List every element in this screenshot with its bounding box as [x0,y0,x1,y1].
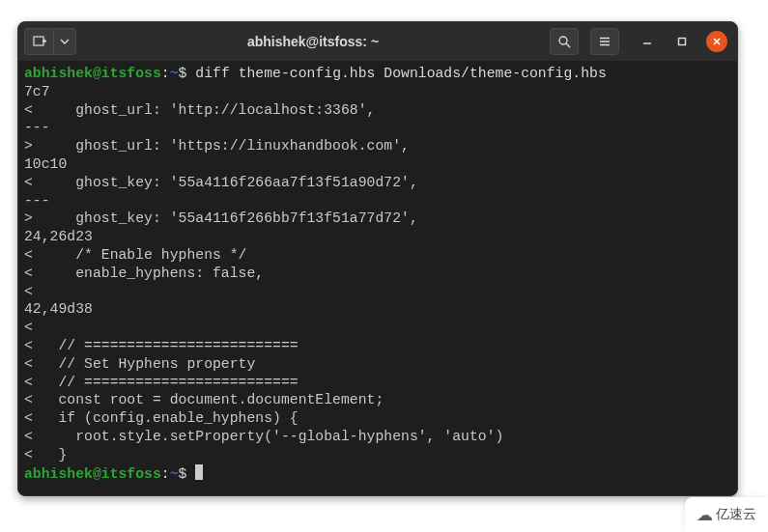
maximize-icon [676,36,688,47]
prompt-sep2: $ [179,466,196,482]
minimize-button[interactable] [637,31,658,52]
prompt-path: ~ [170,66,179,81]
titlebar: abhishek@itsfoss: ~ [18,22,737,61]
hamburger-icon [598,35,612,48]
cursor [195,464,203,480]
output-line: < // Set Hyphens property [24,356,255,372]
output-line: 7c7 [24,84,50,99]
titlebar-right-group [550,28,731,55]
output-line: < ghost_key: '55a4116f266aa7f13f51a90d72… [24,175,418,190]
output-line: < // ========================= [24,375,299,390]
prompt-sep1: : [161,466,170,482]
close-icon [711,36,723,47]
output-line: < enable_hyphens: false, [24,266,264,281]
output-line: --- [24,120,50,135]
search-button[interactable] [550,28,579,55]
new-tab-dropdown-button[interactable] [53,28,76,55]
command-text: diff theme-config.hbs Downloads/theme-co… [195,66,606,81]
svg-rect-9 [679,39,686,45]
output-line: < /* Enable hyphens */ [24,247,246,263]
prompt-path: ~ [170,466,179,482]
output-line: < ghost_url: 'http://localhost:3368', [24,102,375,118]
output-line: > ghost_url: 'https://linuxhandbook.com'… [24,138,410,154]
output-line: < [24,320,33,335]
output-line: 24,26d23 [24,229,93,244]
new-tab-icon [33,35,46,48]
titlebar-left-group [24,28,76,55]
output-line: < [24,284,33,299]
output-line: > ghost_key: '55a4116f266bb7f13f51a77d72… [24,210,418,226]
output-line: --- [24,193,50,209]
prompt-user-host: abhishek@itsfoss [24,466,161,482]
watermark-text: 亿速云 [716,506,756,523]
window-controls [637,31,727,52]
terminal-body[interactable]: abhishek@itsfoss:~$ diff theme-config.hb… [18,61,737,487]
maximize-button[interactable] [671,31,693,52]
svg-point-3 [559,37,567,44]
new-tab-button[interactable] [24,28,53,55]
output-line: 10c10 [24,156,67,172]
output-line: 42,49d38 [24,301,93,317]
prompt-sep2: $ [179,66,196,81]
menu-button[interactable] [590,28,619,55]
chevron-down-icon [60,37,70,46]
search-icon [557,35,571,48]
watermark: ☁ 亿速云 [685,497,768,532]
output-line: < root.style.setProperty('--global-hyphe… [24,429,503,444]
terminal-window: abhishek@itsfoss: ~ abhishek@itsfos [17,21,738,496]
output-line: < const root = document.documentElement; [24,392,384,407]
output-line: < if (config.enable_hyphens) { [24,410,299,426]
prompt-sep1: : [161,66,170,81]
cloud-icon: ☁ [697,505,713,525]
svg-line-4 [566,43,570,47]
output-line: < // ========================= [24,338,299,353]
svg-rect-0 [34,37,43,45]
prompt-user-host: abhishek@itsfoss [24,66,161,81]
output-line: < } [24,447,67,462]
minimize-icon [641,36,653,47]
window-title: abhishek@itsfoss: ~ [80,34,546,49]
close-button[interactable] [706,31,727,52]
